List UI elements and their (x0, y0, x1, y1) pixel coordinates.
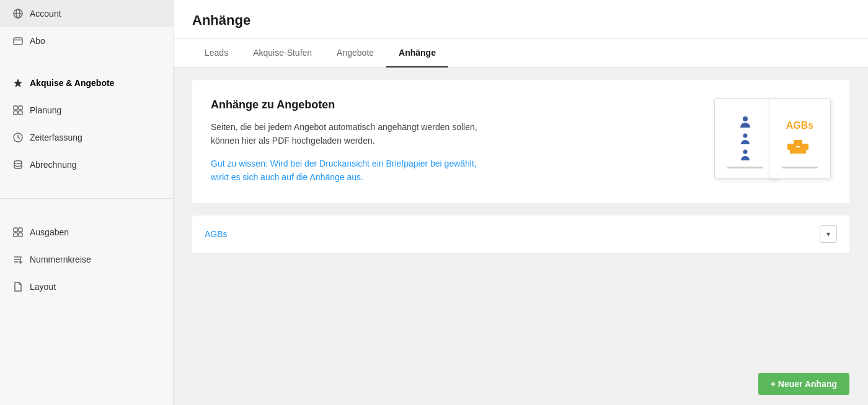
info-box-text: Anhänge zu Angeboten Seiten, die bei jed… (211, 98, 632, 185)
sidebar-item-abo-label: Abo (30, 36, 45, 46)
page-title: Anhänge (192, 12, 849, 28)
list-item: AGBs ▾ (192, 216, 849, 253)
info-box: Anhänge zu Angeboten Seiten, die bei jed… (192, 80, 849, 203)
layers-icon (12, 159, 24, 170)
svg-rect-16 (14, 228, 17, 232)
svg-rect-9 (19, 111, 22, 115)
sidebar-item-layout[interactable]: Layout (0, 273, 173, 300)
grid2-icon (12, 227, 24, 238)
illustration: AGBs (714, 98, 831, 179)
info-box-link[interactable]: Gut zu wissen: Wird bei der Druckansicht… (211, 157, 632, 185)
agb-label: AGBs (786, 120, 813, 131)
tab-anhaenge[interactable]: Anhänge (386, 39, 448, 68)
svg-rect-17 (19, 228, 22, 232)
sidebar-item-account-label: Account (30, 9, 61, 19)
sidebar-item-nummernkreise-label: Nummernkreise (30, 255, 91, 264)
doc-left (714, 98, 776, 179)
svg-point-13 (14, 161, 22, 164)
sort-icon (12, 254, 24, 265)
sidebar-item-layout-label: Layout (30, 282, 56, 292)
sidebar-item-zeiterfassung-label: Zeiterfassung (30, 133, 82, 142)
info-box-description: Seiten, die bei jedem Angebot automatisc… (211, 120, 632, 148)
sidebar-item-account[interactable]: Account (0, 0, 173, 27)
svg-marker-5 (14, 79, 22, 87)
people-icon (738, 115, 753, 162)
sidebar-item-ausgaben[interactable]: Ausgaben (0, 219, 173, 246)
page-header: Anhänge (174, 0, 868, 39)
doc-right: AGBs (769, 98, 831, 179)
sidebar-item-nummernkreise[interactable]: Nummernkreise (0, 246, 173, 273)
svg-rect-18 (14, 233, 17, 237)
main-content: Anhänge Leads Akquise-Stufen Angebote An… (174, 0, 868, 405)
content-area: Anhänge zu Angeboten Seiten, die bei jed… (174, 68, 868, 363)
clock-icon (12, 132, 24, 143)
doc-line (727, 167, 764, 168)
svg-point-25 (743, 134, 748, 138)
svg-rect-7 (19, 106, 22, 110)
sidebar-item-zeiterfassung[interactable]: Zeiterfassung (0, 124, 173, 151)
sidebar-item-ausgaben-label: Ausgaben (30, 227, 69, 237)
grid-icon (12, 105, 24, 116)
dropdown-button[interactable]: ▾ (820, 225, 837, 243)
tab-angebote[interactable]: Angebote (324, 39, 386, 68)
chevron-down-icon: ▾ (826, 230, 830, 238)
sidebar: Account Abo Akquise & Angebote (0, 0, 174, 405)
svg-point-24 (743, 116, 748, 121)
sidebar-item-akquise-label: Akquise & Angebote (30, 78, 114, 88)
tabs-bar: Leads Akquise-Stufen Angebote Anhänge (174, 39, 868, 68)
svg-rect-19 (19, 233, 22, 237)
sidebar-item-planung-label: Planung (30, 105, 61, 115)
file-icon (12, 281, 24, 292)
globe-icon (12, 8, 24, 19)
svg-rect-31 (797, 147, 806, 154)
doc-line-2 (782, 167, 818, 168)
svg-rect-6 (14, 106, 17, 110)
svg-point-26 (743, 150, 748, 154)
star-icon (12, 77, 24, 89)
new-anhang-label: + Neuer Anhang (771, 379, 837, 389)
sidebar-divider (0, 198, 173, 199)
sidebar-item-akquise[interactable]: Akquise & Angebote (0, 69, 173, 97)
tab-akquise-stufen[interactable]: Akquise-Stufen (241, 39, 324, 68)
sidebar-item-planung[interactable]: Planung (0, 97, 173, 124)
svg-rect-3 (14, 38, 22, 45)
new-anhang-button[interactable]: + Neuer Anhang (758, 373, 849, 395)
sidebar-item-abrechnung-label: Abrechnung (30, 160, 77, 170)
svg-rect-8 (14, 111, 17, 115)
sidebar-item-abo[interactable]: Abo (0, 27, 173, 54)
svg-line-12 (18, 137, 20, 139)
credit-card-icon (12, 35, 24, 46)
page-footer: + Neuer Anhang (174, 363, 868, 405)
agb-box: AGBs (785, 120, 815, 157)
info-box-title: Anhänge zu Angeboten (211, 98, 632, 111)
sidebar-item-abrechnung[interactable]: Abrechnung (0, 151, 173, 178)
list-item-name[interactable]: AGBs (205, 229, 228, 239)
tab-leads[interactable]: Leads (192, 39, 241, 68)
list-area: AGBs ▾ (192, 216, 849, 253)
